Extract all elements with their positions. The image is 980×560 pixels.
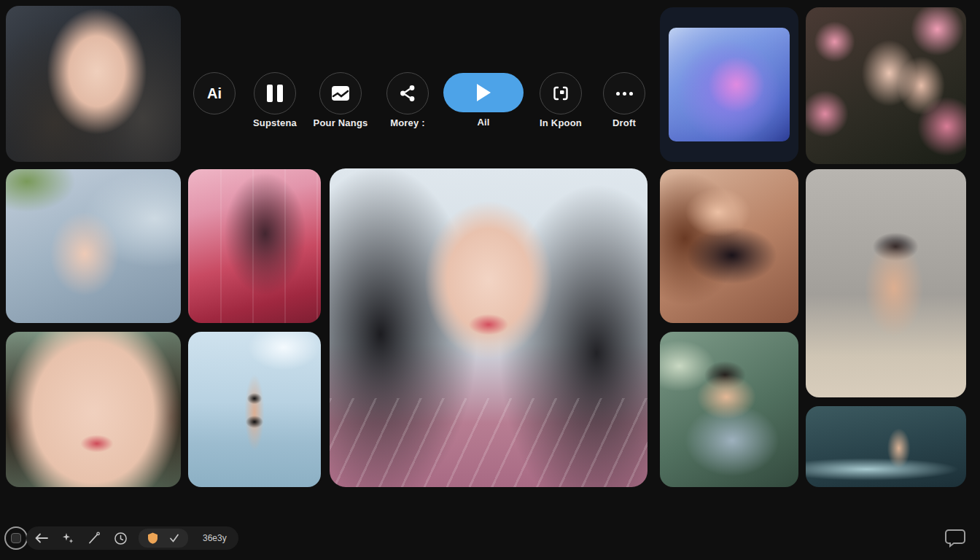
shield-button[interactable]: [144, 530, 160, 546]
photo-tile[interactable]: [6, 169, 181, 323]
edit-toolbar: 36e3y: [26, 526, 238, 550]
abstract-flower-image: [669, 28, 790, 141]
check-button[interactable]: [166, 530, 182, 546]
app-canvas: Ai Supstena Pour Nangs Morey :: [0, 0, 980, 560]
shutter-button[interactable]: [4, 526, 28, 550]
button-label: Ail: [477, 117, 489, 128]
photo-tile[interactable]: [6, 332, 181, 487]
button-label: In Kpoon: [540, 117, 582, 128]
capture-frame-icon: [551, 83, 571, 104]
back-button[interactable]: [34, 530, 50, 546]
ellipsis-icon: [616, 92, 633, 96]
photo-tile[interactable]: [806, 7, 966, 164]
photo-tile[interactable]: [806, 169, 966, 397]
photo-tile[interactable]: [806, 406, 966, 487]
shield-icon: [147, 532, 159, 545]
photo-tile[interactable]: [6, 6, 181, 162]
photo-tile-framed[interactable]: [660, 7, 798, 162]
shutter-icon: [11, 533, 21, 543]
pen-button[interactable]: [86, 530, 102, 546]
more-options-button[interactable]: Droft: [603, 72, 645, 114]
button-label: Droft: [612, 117, 636, 128]
sparkle-button[interactable]: [60, 530, 76, 546]
timer-icon: [114, 532, 128, 545]
play-button-active[interactable]: Ail: [443, 73, 524, 112]
button-label: Pour Nangs: [314, 117, 368, 128]
ai-button[interactable]: Ai: [193, 72, 236, 114]
timer-button[interactable]: [112, 530, 128, 546]
pen-icon: [88, 532, 101, 545]
play-icon: [475, 83, 491, 102]
photo-button[interactable]: Pour Nangs: [319, 72, 362, 114]
photo-icon: [330, 85, 351, 102]
button-label: Morey :: [390, 117, 425, 128]
check-icon: [169, 534, 179, 543]
photo-tile-main[interactable]: [330, 168, 648, 487]
share-icon: [398, 84, 417, 103]
chat-button[interactable]: [944, 528, 967, 548]
photo-tile[interactable]: [660, 169, 798, 323]
back-arrow-icon: [34, 533, 49, 543]
sparkle-icon: [61, 532, 74, 545]
share-button[interactable]: Morey :: [386, 72, 429, 114]
photo-tile[interactable]: [660, 332, 798, 487]
chat-bubble-icon: [944, 528, 967, 548]
toolbar-badge-text[interactable]: 36e3y: [198, 533, 231, 543]
pause-icon: [267, 85, 283, 102]
photo-tile[interactable]: [188, 332, 321, 487]
pause-button[interactable]: Supstena: [254, 72, 296, 114]
toolbar-segment: [139, 529, 188, 548]
ai-badge-icon: Ai: [207, 85, 222, 102]
capture-frame-button[interactable]: In Kpoon: [540, 72, 582, 114]
photo-tile[interactable]: [188, 169, 321, 323]
button-label: Supstena: [253, 117, 297, 128]
